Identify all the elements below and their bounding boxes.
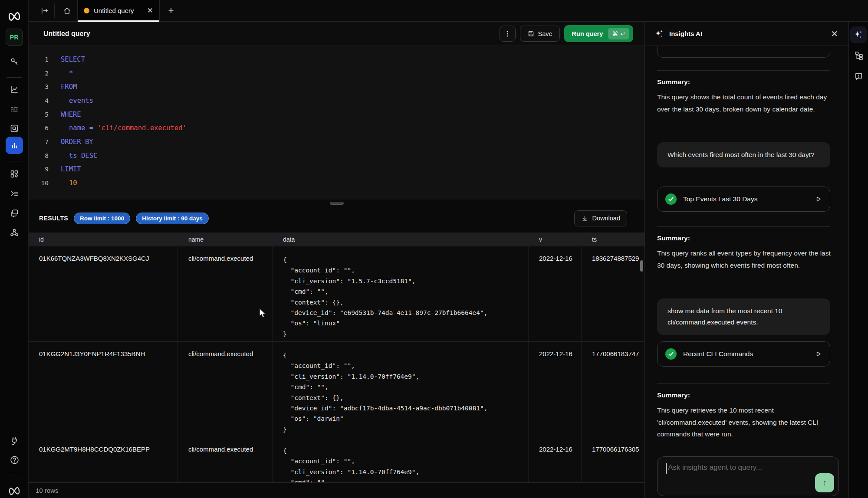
sql-string: 'cli/command.executed' — [97, 124, 186, 132]
line-number: 10 — [29, 180, 49, 187]
help-icon[interactable] — [6, 451, 23, 469]
sql-token: * — [69, 69, 73, 77]
feedback-icon[interactable] — [850, 68, 867, 85]
json-line: "account_id": "", — [283, 456, 528, 466]
insights-ai-rail-icon[interactable] — [850, 26, 867, 43]
column-header-data[interactable]: data — [273, 236, 529, 243]
event-list-icon[interactable] — [6, 100, 23, 118]
json-line: "cmd": "", — [283, 382, 528, 392]
sql-number: 10 — [69, 179, 77, 187]
code-line: 6name = 'cli/command.executed' — [29, 121, 644, 135]
query-search-icon[interactable] — [6, 120, 23, 137]
enter-key-icon: ↵ — [620, 30, 625, 37]
table-row[interactable]: 01KGG2MT9H8H8CCDQ0ZK16BEPP cli/command.e… — [29, 437, 644, 482]
json-line: "os": "linux" — [283, 318, 528, 328]
new-tab-button[interactable]: + — [161, 0, 181, 21]
line-number: 5 — [29, 111, 49, 118]
app-window: PR — [0, 0, 868, 498]
analytics-chart-icon[interactable] — [6, 81, 23, 98]
avatar[interactable]: PR — [6, 29, 23, 46]
code-line: 1SELECT — [29, 52, 644, 66]
code-line: 5WHERE — [29, 108, 644, 121]
console-icon[interactable] — [6, 185, 23, 202]
json-line: "account_id": "", — [283, 265, 528, 275]
code-line: 2* — [29, 66, 644, 80]
infinity-logo-icon — [6, 8, 23, 25]
line-number: 3 — [29, 83, 49, 90]
sql-token: LIMIT — [61, 165, 81, 173]
json-line: "context": {}, — [283, 393, 528, 403]
sql-explorer-icon[interactable] — [6, 137, 23, 154]
row-count: 10 rows — [36, 487, 59, 494]
query-workspace: Untitled query Save Run query ⌘ ↵ — [29, 22, 644, 498]
ask-agent-input[interactable] — [658, 457, 838, 496]
json-line: } — [283, 424, 528, 435]
code-line: 9LIMIT — [29, 163, 644, 177]
table-row[interactable]: 01K66TQNZA3WFBQ8XN2KXSG4CJ cli/command.e… — [29, 246, 644, 342]
code-line: 1010 — [29, 176, 644, 190]
summary-label: Summary: — [657, 391, 690, 399]
download-button[interactable]: Download — [574, 210, 628, 226]
saved-query-card[interactable]: Recent CLI Commands — [657, 341, 830, 367]
chat-icon[interactable] — [6, 204, 23, 222]
webhook-icon[interactable] — [6, 224, 23, 241]
cell-v: 2022-12-16 — [529, 342, 582, 437]
download-icon — [581, 215, 589, 222]
cell-id: 01KGG2N1J3Y0ENP1R4F1335BNH — [29, 342, 178, 437]
column-header-id[interactable]: id — [29, 236, 178, 243]
schema-tree-icon[interactable] — [850, 47, 867, 63]
sidebar-divider — [7, 161, 22, 161]
plug-integration-icon[interactable] — [6, 432, 23, 449]
cell-ts: 1770066183747 — [582, 342, 644, 437]
sql-token: SELECT — [61, 56, 85, 63]
json-line: { — [283, 446, 528, 456]
user-question-text: show me data from the most recent 10 cli… — [667, 307, 782, 326]
json-line: { — [283, 350, 528, 360]
play-icon[interactable] — [814, 350, 822, 358]
play-icon[interactable] — [814, 195, 822, 203]
avatar-initials: PR — [10, 34, 19, 41]
sql-editor[interactable]: 1SELECT 2* 3FROM 4events 5WHERE 6name = … — [29, 46, 644, 200]
api-key-icon[interactable] — [6, 53, 23, 70]
send-button[interactable]: ↑ — [815, 473, 834, 492]
sidebar-toggle-button[interactable] — [35, 0, 54, 21]
cell-ts: 1770066176305 — [582, 437, 644, 482]
unsaved-indicator-dot — [84, 8, 89, 13]
run-query-button[interactable]: Run query ⌘ ↵ — [564, 25, 633, 42]
cell-data: { "account_id": "", "cli_version": "1.5.… — [273, 246, 529, 341]
check-circle-icon — [665, 348, 677, 360]
tab-untitled-query[interactable]: Untitled query ✕ — [77, 0, 160, 21]
row-limit-badge[interactable]: Row limit : 1000 — [74, 213, 130, 224]
column-header-name[interactable]: name — [178, 236, 273, 243]
sql-operator: = — [85, 124, 97, 132]
cell-name: cli/command.executed — [178, 342, 273, 437]
saved-query-card[interactable]: Top Events Last 30 Days — [657, 187, 830, 212]
header-actions: Save Run query ⌘ ↵ — [500, 25, 634, 42]
json-line: "cmd": "" — [283, 477, 528, 482]
save-button[interactable]: Save — [520, 26, 560, 42]
more-options-button[interactable] — [500, 26, 516, 42]
column-header-ts[interactable]: ts — [582, 236, 644, 243]
sql-expression: name = 'cli/command.executed' — [69, 124, 187, 132]
user-question-bubble: Which events fired most often in the las… — [657, 142, 830, 167]
sidebar-divider — [7, 473, 22, 473]
cell-v: 2022-12-16 — [529, 246, 582, 341]
resize-handle[interactable] — [330, 202, 344, 205]
history-limit-badge[interactable]: History limit : 90 days — [136, 213, 209, 224]
code-line: 7ORDER BY — [29, 135, 644, 149]
query-header: Untitled query Save Run query ⌘ ↵ — [29, 22, 644, 46]
close-icon[interactable]: ✕ — [831, 29, 838, 39]
table-scrollbar-thumb[interactable] — [640, 260, 643, 272]
cell-data: { "account_id": "", "cli_version": "1.14… — [273, 342, 529, 437]
sql-token: name — [69, 124, 85, 132]
run-shortcut-badge: ⌘ ↵ — [608, 28, 629, 39]
line-number: 8 — [29, 152, 49, 159]
json-line: "cli_version": "1.14.0-70ff764e9", — [283, 371, 528, 382]
plus-icon: + — [168, 5, 174, 16]
apps-grid-icon[interactable] — [6, 165, 23, 183]
column-header-v[interactable]: v — [529, 236, 582, 243]
home-button[interactable] — [57, 0, 76, 21]
table-row[interactable]: 01KGG2N1J3Y0ENP1R4F1335BNH cli/command.e… — [29, 342, 644, 437]
tab-close-icon[interactable]: ✕ — [147, 6, 153, 15]
summary-text: This query ranks all event types by freq… — [657, 247, 834, 271]
